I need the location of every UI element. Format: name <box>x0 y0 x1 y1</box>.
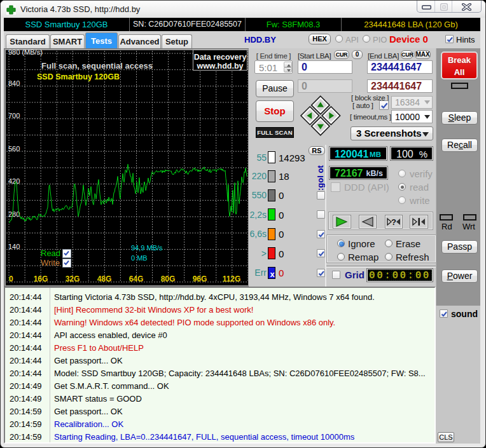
svg-text:48G: 48G <box>97 275 112 283</box>
svg-text:SSD Smartbuy 120GB: SSD Smartbuy 120GB <box>37 72 120 81</box>
svg-text:980 (MB/s): 980 (MB/s) <box>8 48 43 56</box>
svg-text:280: 280 <box>8 210 20 218</box>
svg-text:Data recovery: Data recovery <box>194 53 247 62</box>
svg-text:96G: 96G <box>193 275 207 283</box>
svg-text:0: 0 <box>9 275 13 283</box>
svg-text:420: 420 <box>8 177 20 185</box>
svg-text:94,9 MB/s: 94,9 MB/s <box>131 244 163 252</box>
svg-text:840: 840 <box>8 79 20 87</box>
svg-text:140: 140 <box>8 243 20 250</box>
svg-text:16G: 16G <box>34 275 48 283</box>
svg-text:560: 560 <box>8 145 20 153</box>
svg-text:64G: 64G <box>129 275 144 283</box>
svg-text:x: x <box>270 269 275 278</box>
svg-text:Write: Write <box>41 258 60 268</box>
svg-text:www.hdd.by: www.hdd.by <box>196 62 243 71</box>
svg-text:80G: 80G <box>161 275 176 283</box>
svg-text:0 MB: 0 MB <box>131 254 148 262</box>
svg-text:32G: 32G <box>66 275 80 283</box>
svg-text:700: 700 <box>8 112 20 119</box>
svg-text:Full scan, sequential access: Full scan, sequential access <box>41 61 153 71</box>
svg-text:Read: Read <box>41 248 60 258</box>
svg-text:?: ? <box>391 217 396 227</box>
